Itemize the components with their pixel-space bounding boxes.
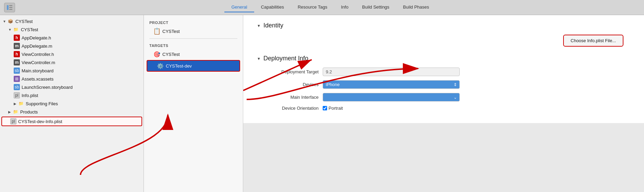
products-label: Products [20,109,38,115]
tree-products[interactable]: ▶ 📁 Products [0,108,144,116]
tree-viewcontroller-m[interactable]: m ViewController.m [0,58,144,67]
device-orientation-label: Device Orientation [257,106,319,111]
tab-general[interactable]: General [224,2,254,12]
project-cystest-item[interactable]: 📋 CYSTest [144,26,243,36]
identity-caret: ▼ [257,24,261,28]
supporting-caret: ▶ [14,102,16,106]
deployment-target-label: Deployment Target [257,69,319,74]
project-cystest-label: CYSTest [162,29,180,34]
tree-appdelegate-m[interactable]: m AppDelegate.m [0,42,144,50]
devices-select[interactable]: iPhone [323,80,460,89]
deployment-target-row: Deployment Target [257,68,630,76]
folder-icon-3: 📁 [12,109,18,115]
tab-bar: General Capabilities Resource Tags Info … [21,2,640,12]
plist-icon-2: pl [10,118,16,124]
launchscreen-label: LaunchScreen.storyboard [22,85,73,90]
device-orientation-row: Device Orientation Portrait [257,106,630,111]
tree-cystest-folder[interactable]: ▼ 📁 CYSTest [0,25,144,34]
tree-appdelegate-h[interactable]: h AppDelegate.h [0,34,144,42]
plist-icon: pl [14,92,20,98]
viewcontroller-m-label: ViewController.m [22,60,55,65]
tab-capabilities[interactable]: Capabilities [254,2,291,12]
tab-build-settings[interactable]: Build Settings [355,2,396,12]
m-icon-2: m [14,59,20,65]
storyboard-icon: sb [14,68,20,74]
assets-label: Assets.xcassets [22,76,53,82]
main-interface-label: Main Interface [257,95,319,100]
devices-select-wrapper: iPhone ⇕ [323,80,460,89]
project-panel: PROJECT 📋 CYSTest TARGETS 🎯 CYSTest ⚙️ C… [144,15,243,192]
tree-cystest-dev-info-plist[interactable]: pl CYSTest-dev-Info.plist [1,117,142,126]
tree-main-storyboard[interactable]: sb Main.storyboard [0,67,144,75]
h-icon-2: h [14,51,20,57]
identity-title: Identity [263,22,283,29]
tree-info-plist[interactable]: pl Info.plist [0,91,144,99]
target-cystest[interactable]: 🎯 CYSTest [144,49,243,59]
portrait-label: Portrait [329,106,343,111]
cystest-caret: ▼ [8,28,12,32]
cystest-dev-info-plist-label: CYSTest-dev-Info.plist [18,119,62,124]
deployment-caret: ▼ [257,57,261,61]
identity-title-row: ▼ Identity [257,22,630,29]
deployment-section: ▼ Deployment Info Deployment Target Devi… [257,55,630,111]
h-icon: h [14,35,20,41]
xcassets-icon: ⊞ [14,76,20,82]
products-caret: ▶ [8,110,11,114]
main-storyboard-label: Main.storyboard [22,68,53,73]
tree-assets[interactable]: ⊞ Assets.xcassets [0,75,144,83]
appdelegate-h-label: AppDelegate.h [22,35,51,40]
xcodeproj-icon: 📦 [8,18,14,24]
storyboard-icon-2: sb [14,84,20,90]
project-section-header: PROJECT [144,18,243,26]
tab-info[interactable]: Info [334,2,355,12]
main-interface-select[interactable] [323,93,460,101]
settings-area: ▼ Identity Choose Info.plist File... ▼ D… [243,15,644,192]
tree-viewcontroller-h[interactable]: h ViewController.h [0,50,144,58]
xcodeproj-project-icon: 📋 [153,28,160,35]
choose-plist-button[interactable]: Choose Info.plist File... [563,35,623,47]
settings-panel: ▼ Identity Choose Info.plist File... ▼ D… [243,15,644,123]
devices-row: Devices iPhone ⇕ [257,80,630,89]
sidebar-toggle-button[interactable] [4,3,15,12]
main-interface-row: Main Interface ⌄ [257,93,630,101]
target-cystest-dev-label: CYSTest-dev [166,63,192,69]
targets-section-header: TARGETS [144,41,243,49]
project-divider [149,38,237,39]
identity-section: ▼ Identity Choose Info.plist File... [257,22,630,47]
tab-resource-tags[interactable]: Resource Tags [291,2,334,12]
tree-launchscreen[interactable]: sb LaunchScreen.storyboard [0,83,144,91]
deployment-target-input[interactable] [323,68,460,76]
choose-plist-row: Choose Info.plist File... [257,35,630,47]
m-icon: m [14,43,20,49]
info-plist-label: Info.plist [22,93,38,98]
svg-rect-2 [9,7,12,8]
tree-root[interactable]: ▼ 📦 CYSTest [0,17,144,25]
deployment-title: Deployment Info [263,55,308,62]
appdelegate-m-label: AppDelegate.m [22,44,52,49]
portrait-checkbox-item: Portrait [323,106,343,111]
deployment-title-row: ▼ Deployment Info [257,55,630,62]
portrait-checkbox[interactable] [323,106,327,110]
target-icon: 🎯 [153,51,160,58]
cystest-folder-label: CYSTest [21,27,38,32]
target-cystest-dev[interactable]: ⚙️ CYSTest-dev [147,60,240,72]
root-label: CYSTest [15,19,33,24]
viewcontroller-h-label: ViewController.h [22,52,54,57]
main-layout: ▼ 📦 CYSTest ▼ 📁 CYSTest h AppDelegate.h … [0,15,644,192]
svg-rect-3 [9,9,12,10]
target-cystest-label: CYSTest [162,52,180,57]
svg-rect-1 [9,5,12,6]
folder-icon-2: 📁 [18,100,24,107]
devices-label: Devices [257,82,319,87]
svg-rect-0 [7,5,9,10]
root-caret: ▼ [3,20,6,23]
file-tree: ▼ 📦 CYSTest ▼ 📁 CYSTest h AppDelegate.h … [0,15,144,192]
tree-supporting-files[interactable]: ▶ 📁 Supporting Files [0,99,144,108]
tab-build-phases[interactable]: Build Phases [396,2,436,12]
main-interface-select-wrapper: ⌄ [323,93,460,101]
top-tab-bar: General Capabilities Resource Tags Info … [0,0,644,15]
folder-icon: 📁 [13,26,19,33]
supporting-files-label: Supporting Files [26,101,58,106]
target-dev-icon: ⚙️ [157,62,164,69]
